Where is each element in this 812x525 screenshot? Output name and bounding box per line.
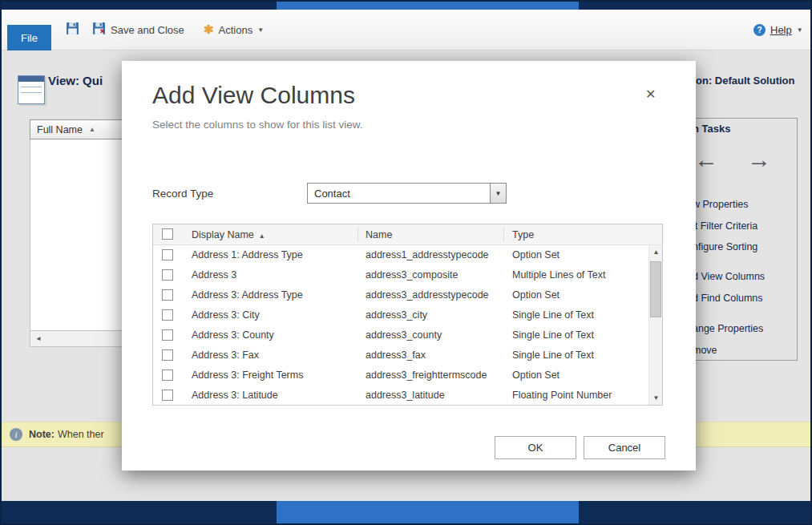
cell-display-name: Address 3: County [192, 325, 274, 345]
select-all-checkbox[interactable] [162, 228, 173, 240]
task-link-add-find-columns[interactable]: d Find Columns [693, 293, 763, 304]
help-button[interactable]: ? Help ▼ [753, 21, 803, 38]
move-left-arrow-icon[interactable]: ← [694, 147, 718, 172]
save-and-close-label: Save and Close [111, 24, 184, 36]
solution-label: on: Default Solution [696, 75, 794, 87]
cell-name: address3_city [366, 305, 427, 325]
row-checkbox[interactable] [162, 249, 173, 260]
scroll-up-icon[interactable]: ▲ [649, 245, 663, 259]
view-page-icon [18, 75, 45, 104]
cell-type: Single Line of Text [512, 305, 594, 325]
cell-name: address3_composite [366, 265, 458, 285]
sort-asc-icon: ▲ [259, 232, 265, 240]
save-icon [66, 22, 79, 38]
dropdown-arrow-icon[interactable]: ▼ [490, 184, 506, 203]
cell-display-name: Address 3: City [192, 305, 260, 325]
task-link-configure-sorting[interactable]: nfigure Sorting [693, 241, 757, 252]
view-page-icon-line [21, 87, 42, 87]
row-checkbox[interactable] [162, 309, 173, 321]
task-link-edit-filter-criteria[interactable]: it Filter Criteria [693, 220, 757, 232]
save-and-close-icon [92, 22, 106, 38]
table-row[interactable]: Address 1: Address Type address1_address… [153, 245, 648, 265]
actions-star-icon: ✱ [204, 22, 214, 37]
table-row[interactable]: Address 3: County address3_county Single… [153, 325, 648, 345]
window-top-strip-accent [277, 2, 579, 10]
add-view-columns-dialog: Add View Columns ✕ Select the columns to… [122, 61, 696, 470]
horizontal-scrollbar[interactable]: ◄ [30, 330, 127, 347]
dialog-title: Add View Columns [152, 82, 355, 109]
ok-button[interactable]: OK [495, 436, 576, 459]
common-tasks-panel: n Tasks ← → w Properties it Filter Crite… [689, 118, 798, 361]
cell-display-name: Address 3: Fax [192, 345, 259, 365]
header-display-name[interactable]: Display Name▲ [192, 224, 265, 247]
table-row[interactable]: Address 3 address3_composite Multiple Li… [153, 265, 648, 285]
actions-button[interactable]: ✱ Actions ▼ [204, 21, 264, 38]
cell-type: Option Set [512, 285, 560, 305]
view-page-icon-band [18, 76, 44, 82]
task-link-add-view-columns[interactable]: d View Columns [693, 271, 765, 282]
column-separator [358, 227, 358, 242]
cell-display-name: Address 1: Address Type [192, 245, 303, 265]
header-name[interactable]: Name [366, 224, 392, 245]
grid-column-header-label: Full Name [37, 124, 83, 135]
help-icon: ? [753, 24, 766, 36]
file-tab[interactable]: File [7, 25, 51, 50]
cell-display-name: Address 3: Freight Terms [192, 365, 303, 386]
cell-display-name: Address 3: Address Type [192, 285, 303, 305]
help-label: Help [770, 24, 792, 36]
column-separator [503, 227, 504, 242]
sort-asc-icon: ▲ [89, 126, 95, 133]
record-type-label: Record Type [152, 188, 213, 200]
task-link-view-properties[interactable]: w Properties [693, 199, 748, 210]
table-row[interactable]: Address 3: Fax address3_fax Single Line … [153, 345, 648, 365]
dialog-subtitle: Select the columns to show for this list… [152, 119, 363, 131]
table-header-row: Display Name▲ Name Type [153, 224, 662, 245]
row-checkbox[interactable] [162, 370, 173, 381]
save-button[interactable] [66, 21, 79, 38]
note-bold-label: Note: [29, 429, 55, 440]
row-checkbox[interactable] [162, 390, 173, 401]
move-right-arrow-icon[interactable]: → [747, 147, 771, 172]
note-text: When ther [58, 429, 104, 440]
cell-name: address3_latitude [366, 386, 445, 405]
cell-display-name: Address 3 [192, 265, 236, 285]
vertical-scrollbar[interactable]: ▲ ▼ [648, 245, 662, 405]
record-type-select[interactable]: Contact ▼ [307, 183, 507, 204]
view-page-icon-line [21, 92, 42, 93]
table-row[interactable]: Address 3: Address Type address3_address… [153, 285, 648, 305]
row-checkbox[interactable] [162, 269, 173, 281]
row-checkbox[interactable] [162, 289, 173, 301]
table-row[interactable]: Address 3: Latitude address3_latitude Fl… [153, 386, 648, 405]
info-icon: i [10, 428, 22, 441]
cell-type: Multiple Lines of Text [512, 265, 606, 285]
table-row[interactable]: Address 3: City address3_city Single Lin… [153, 305, 648, 325]
close-icon[interactable]: ✕ [645, 87, 656, 102]
cell-name: address1_addresstypecode [366, 245, 489, 265]
save-and-close-button[interactable]: Save and Close [92, 21, 184, 38]
columns-table: Display Name▲ Name Type Address 1: Addre… [152, 224, 663, 406]
cell-display-name: Address 3: Latitude [192, 386, 278, 405]
chevron-down-icon: ▼ [257, 26, 264, 34]
row-checkbox[interactable] [162, 329, 173, 341]
tasks-panel-title: n Tasks [693, 123, 730, 135]
cell-name: address3_county [366, 325, 442, 345]
scroll-left-icon[interactable]: ◄ [30, 335, 46, 342]
header-type[interactable]: Type [512, 224, 534, 245]
scrollbar-thumb[interactable] [650, 261, 661, 317]
scroll-down-icon[interactable]: ▼ [649, 391, 663, 405]
grid-column-header-full-name[interactable]: Full Name ▲ [30, 119, 127, 139]
grid-body [30, 139, 127, 330]
cell-type: Single Line of Text [512, 345, 594, 365]
task-link-change-properties[interactable]: ange Properties [693, 323, 763, 334]
chevron-down-icon: ▼ [797, 26, 803, 34]
app-window: File Save and Close ✱ Actions ▼ ? Help ▼… [0, 0, 812, 525]
task-link-remove[interactable]: move [693, 345, 717, 356]
cancel-button[interactable]: Cancel [584, 436, 665, 459]
table-row[interactable]: Address 3: Freight Terms address3_freigh… [153, 365, 648, 386]
cell-type: Single Line of Text [512, 325, 594, 345]
window-bottom-strip-accent [277, 501, 579, 523]
row-checkbox[interactable] [162, 349, 173, 361]
actions-label: Actions [219, 24, 253, 36]
cell-name: address3_freighttermscode [366, 365, 487, 386]
cell-type: Option Set [512, 365, 560, 386]
